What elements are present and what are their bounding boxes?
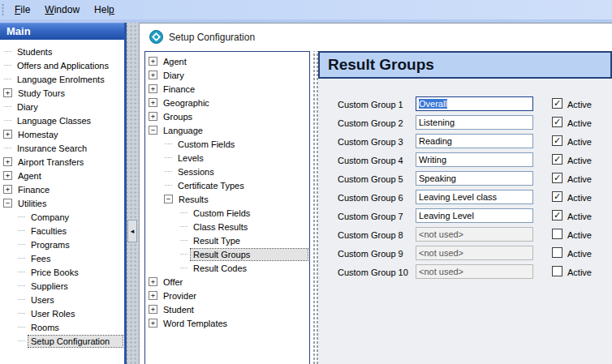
custom-group-6-input[interactable]: Leaving Level class [416, 190, 533, 204]
sidebar-item-fees[interactable]: Fees [0, 251, 124, 265]
config-tree-item-geographic[interactable]: +Geographic [145, 96, 309, 109]
expand-icon[interactable]: + [149, 319, 157, 328]
sidebar-item-company[interactable]: Company [0, 210, 124, 224]
collapse-icon[interactable]: − [149, 126, 157, 135]
custom-group-7-input[interactable]: Leaving Level [416, 208, 533, 223]
collapse-sidebar-button[interactable]: ◂ [127, 220, 137, 242]
expand-icon[interactable]: + [149, 98, 157, 107]
sidebar-item-suppliers[interactable]: Suppliers [0, 279, 124, 293]
config-tree-item-results[interactable]: −Results [145, 192, 309, 206]
custom-group-3-active-checkbox[interactable]: ✓ [552, 135, 562, 146]
expand-icon[interactable]: + [3, 157, 12, 166]
expand-icon[interactable]: + [149, 71, 157, 79]
config-tree-item-certificate-types[interactable]: Certificate Types [145, 178, 309, 192]
tree-indent [145, 171, 161, 172]
config-tree-item-result-groups[interactable]: Result Groups [145, 247, 309, 261]
config-tree-item-agent[interactable]: +Agent [145, 54, 309, 68]
expand-icon[interactable]: + [3, 130, 12, 139]
menu-item-file[interactable]: File [7, 2, 37, 18]
config-tree-item-levels[interactable]: Levels [145, 151, 309, 165]
config-tree-item-result-type[interactable]: Result Type [145, 233, 309, 247]
tree-panel-splitter[interactable] [312, 51, 318, 364]
config-tree-item-provider[interactable]: +Provider [145, 289, 309, 302]
collapse-icon[interactable]: − [164, 195, 173, 203]
menu-item-window[interactable]: Window [37, 2, 87, 18]
config-tree-item-word-templates[interactable]: +Word Templates [145, 316, 309, 330]
sidebar-item-homestay[interactable]: +Homestay [0, 127, 124, 141]
sidebar-item-label: Students [15, 46, 54, 58]
custom-group-8-active-checkbox[interactable] [552, 229, 562, 239]
config-tree-item-sessions[interactable]: Sessions [145, 165, 309, 178]
sidebar-item-utilities[interactable]: −Utilities [0, 196, 124, 210]
custom-group-5-active-checkbox[interactable]: ✓ [552, 173, 562, 183]
sidebar-item-faculties[interactable]: Faculties [0, 224, 124, 238]
custom-group-10-active-checkbox[interactable] [552, 266, 562, 276]
sidebar-item-label: Homestay [15, 129, 61, 140]
sidebar-item-airport-transfers[interactable]: +Airport Transfers [0, 155, 124, 169]
custom-group-5-input[interactable]: Speaking [416, 171, 533, 186]
custom-group-1-input[interactable]: Overall [416, 96, 533, 111]
custom-group-1-active-checkbox[interactable]: ✓ [552, 98, 562, 109]
sidebar-item-diary[interactable]: Diary [0, 100, 124, 113]
sidebar-item-setup-configuration[interactable]: Setup Configuration [0, 334, 124, 348]
sidebar-item-language-enrolments[interactable]: Language Enrolments [0, 72, 124, 86]
expand-icon[interactable]: + [3, 185, 12, 194]
config-tree-item-finance[interactable]: +Finance [145, 82, 309, 96]
sidebar-item-insurance-search[interactable]: Insurance Search [0, 141, 124, 155]
sidebar-item-language-classes[interactable]: Language Classes [0, 113, 124, 127]
custom-group-4-input[interactable]: Writing [416, 152, 533, 167]
tree-leaf-stub [180, 226, 187, 227]
custom-group-10-input[interactable]: <not used> [416, 264, 533, 279]
config-tree-item-label: Groups [161, 111, 195, 122]
sidebar-item-label: Programs [28, 239, 72, 251]
tree-leaf-stub [165, 171, 172, 172]
expand-icon[interactable]: + [3, 88, 12, 97]
expand-icon[interactable]: + [149, 84, 157, 93]
sidebar-item-offers-and-applications[interactable]: Offers and Applications [0, 58, 124, 72]
sidebar-item-rooms[interactable]: Rooms [0, 320, 124, 334]
sidebar-item-finance[interactable]: +Finance [0, 182, 124, 196]
custom-group-2-input[interactable]: Listening [416, 115, 533, 130]
sidebar-item-user-roles[interactable]: User Roles [0, 306, 124, 320]
config-tree-item-offer[interactable]: +Offer [145, 275, 309, 289]
menu-item-help[interactable]: Help [87, 2, 122, 18]
config-tree-item-label: Sessions [175, 166, 217, 178]
tree-leaf-stub [165, 157, 172, 158]
sidebar-item-study-tours[interactable]: +Study Tours [0, 86, 124, 100]
custom-group-4-active-checkbox[interactable]: ✓ [552, 154, 562, 165]
sidebar-item-programs[interactable]: Programs [0, 238, 124, 251]
custom-group-7-active-checkbox[interactable]: ✓ [552, 210, 562, 221]
sidebar-item-users[interactable]: Users [0, 293, 124, 306]
expand-icon[interactable]: + [149, 112, 157, 121]
custom-group-3-input[interactable]: Reading [416, 134, 533, 148]
custom-group-9-input[interactable]: <not used> [416, 246, 533, 260]
custom-group-9-active-checkbox[interactable] [552, 247, 562, 258]
expand-icon[interactable]: + [149, 305, 157, 314]
sidebar-item-students[interactable]: Students [0, 45, 124, 58]
sidebar-item-label: Users [28, 294, 57, 306]
custom-group-8-input[interactable]: <not used> [416, 227, 533, 242]
custom-group-2-active-checkbox[interactable]: ✓ [552, 117, 562, 127]
config-tree-item-result-codes[interactable]: Result Codes [145, 261, 309, 275]
expand-icon[interactable]: + [149, 57, 157, 66]
active-label: Active [567, 137, 592, 147]
tree-indent [0, 285, 14, 286]
sidebar-item-label: Suppliers [28, 280, 71, 292]
sidebar-item-price-books[interactable]: Price Books [0, 265, 124, 279]
config-tree-item-custom-fields[interactable]: Custom Fields [145, 206, 309, 220]
config-tree-item-language[interactable]: −Language [145, 123, 309, 137]
expand-icon[interactable]: + [3, 171, 12, 180]
sidebar-splitter[interactable]: ◂ [127, 23, 139, 364]
config-tree-item-custom-fields[interactable]: Custom Fields [145, 137, 309, 151]
expand-icon[interactable]: + [149, 291, 157, 300]
config-tree-item-diary[interactable]: +Diary [145, 68, 309, 82]
custom-group-row-9: Custom Group 9<not used>Active [318, 246, 612, 262]
custom-group-1-label: Custom Group 1 [338, 100, 412, 109]
config-tree-item-student[interactable]: +Student [145, 302, 309, 316]
expand-icon[interactable]: + [149, 277, 157, 286]
config-tree-item-groups[interactable]: +Groups [145, 109, 309, 123]
config-tree-item-class-results[interactable]: Class Results [145, 220, 309, 233]
collapse-icon[interactable]: − [3, 199, 12, 208]
custom-group-6-active-checkbox[interactable]: ✓ [552, 191, 562, 202]
sidebar-item-agent[interactable]: +Agent [0, 169, 124, 182]
